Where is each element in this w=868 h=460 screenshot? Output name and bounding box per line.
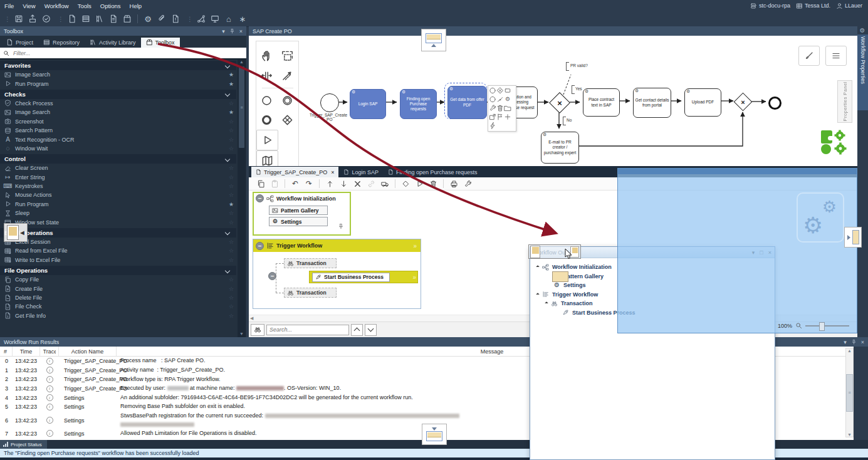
- printer-icon[interactable]: [450, 180, 458, 188]
- workflow-initialization-block[interactable]: – Workflow Initialization Pattern Galler…: [253, 192, 351, 236]
- toolbox-item-window-set-state[interactable]: Window set State☆: [0, 217, 236, 226]
- toolbox-item-copy-file[interactable]: Copy File☆: [0, 275, 236, 284]
- palette-circdouble[interactable]: [277, 91, 298, 110]
- find-next-button[interactable]: [365, 324, 377, 336]
- bpmn-task-upload-pdf[interactable]: ⚙Upload PDF: [684, 88, 721, 117]
- doclines-icon[interactable]: [109, 14, 118, 23]
- external-icon[interactable]: [489, 113, 496, 121]
- dock-guide-bottom[interactable]: [422, 424, 447, 445]
- toolbox-item-keystrokes[interactable]: ⌨Keystrokes☆: [0, 182, 236, 191]
- palette-circleic[interactable]: [256, 91, 277, 110]
- find-button[interactable]: [251, 324, 264, 336]
- toolbox-item-window-wait[interactable]: ◌Window Wait☆: [0, 144, 236, 153]
- editor-tab-finding-open-purchase-requests[interactable]: Finding open Purchase requests: [384, 167, 482, 177]
- palette-gatex[interactable]: [277, 110, 298, 130]
- collapse-button[interactable]: –: [268, 272, 276, 280]
- section-header-excel-operations[interactable]: Excel Operations: [0, 228, 236, 238]
- session-stc-docu-rpa[interactable]: stc-docu-rpa: [750, 3, 790, 9]
- session-tessa-ltd-[interactable]: Tessa Ltd.: [796, 3, 830, 9]
- angle-icon[interactable]: [496, 95, 504, 103]
- section-header-control[interactable]: Control: [0, 154, 236, 164]
- upload-icon[interactable]: [28, 14, 37, 23]
- bpmn-task-place-contract[interactable]: ⚙Place contract text in SAP: [583, 88, 620, 117]
- section-header-checks[interactable]: Checks: [0, 90, 236, 99]
- pin-icon[interactable]: [338, 222, 344, 230]
- close-icon[interactable]: ×: [331, 169, 334, 175]
- column-header-action-name[interactable]: Action Name: [59, 347, 117, 356]
- palette-playic[interactable]: [256, 130, 278, 150]
- tab-repository[interactable]: Repository: [38, 38, 85, 48]
- toolbox-item-run-program[interactable]: Run Program★: [0, 79, 236, 88]
- tab-project-status[interactable]: Project Status: [0, 440, 47, 449]
- bpmn-canvas[interactable]: Trigger_SAP_Create_PO ⚙Login SAP ⚙Findin…: [249, 36, 857, 166]
- pin-icon[interactable]: [229, 28, 235, 34]
- undo-icon[interactable]: ↶: [291, 180, 300, 188]
- gear-icon[interactable]: ⚙: [144, 14, 152, 23]
- favorite-star-icon[interactable]: ☆: [229, 257, 234, 263]
- palette-connarrow[interactable]: [277, 66, 298, 85]
- toolbox-item-image-search[interactable]: Image Search★: [0, 108, 236, 117]
- playic-icon[interactable]: [416, 180, 424, 188]
- toolbox-item-file-check[interactable]: File Check☆: [0, 302, 236, 311]
- filter-input[interactable]: [12, 50, 243, 57]
- bpmn-end-event[interactable]: [768, 97, 782, 110]
- package-icon[interactable]: [123, 14, 132, 23]
- favorite-star-icon[interactable]: ☆: [229, 295, 234, 301]
- expand-chevrons-icon[interactable]: »: [413, 243, 416, 249]
- repo-icon[interactable]: [81, 14, 90, 23]
- home-icon[interactable]: ⌂: [224, 14, 233, 23]
- bpmn-task-get-data-pdf[interactable]: ⚙Get data from offer PDF: [447, 86, 487, 119]
- editor-tab-trigger-sap-create-po[interactable]: Trigger_SAP_Create_PO×: [251, 167, 338, 177]
- favorite-star-icon[interactable]: ★: [229, 71, 234, 78]
- menu-options[interactable]: Options: [96, 3, 125, 9]
- bpmn-task-get-contact[interactable]: ⚙Get contact details from portal: [633, 88, 671, 118]
- palette-lasso[interactable]: [277, 46, 298, 66]
- favorite-star-icon[interactable]: ★: [229, 201, 234, 207]
- toolbox-item-delete-file[interactable]: Delete File☆: [0, 293, 236, 302]
- bpmn-task-login-sap[interactable]: ⚙Login SAP: [350, 89, 386, 119]
- favorite-star-icon[interactable]: ☆: [229, 127, 234, 133]
- pin-icon[interactable]: [851, 339, 857, 345]
- theme-brush-button[interactable]: [798, 46, 820, 66]
- diamond-icon[interactable]: [402, 180, 410, 188]
- asterisk-icon[interactable]: ∗: [238, 14, 247, 23]
- expander-icon[interactable]: [536, 265, 540, 269]
- toolbox-item-clear-screen[interactable]: Clear Screen☆: [0, 164, 236, 172]
- truck-icon[interactable]: [381, 180, 389, 188]
- favorite-star-icon[interactable]: ☆: [229, 313, 234, 319]
- pattern-gallery-button[interactable]: Pattern Gallery: [269, 206, 328, 215]
- favorite-star-icon[interactable]: ☆: [229, 183, 234, 189]
- favorite-star-icon[interactable]: ☆: [229, 210, 234, 216]
- monitor-icon[interactable]: [211, 14, 219, 23]
- column-header-trace[interactable]: Trace: [40, 347, 59, 356]
- flag-icon[interactable]: [496, 113, 504, 121]
- diagram-menu-button[interactable]: [825, 46, 847, 66]
- editor-tab-login-sap[interactable]: Login SAP: [339, 167, 383, 177]
- collapse-button[interactable]: –: [256, 194, 264, 202]
- trash-icon[interactable]: [496, 104, 504, 112]
- circleic-icon[interactable]: [489, 95, 496, 103]
- folder-icon[interactable]: [504, 104, 511, 112]
- menu-file[interactable]: File: [0, 3, 18, 9]
- clip-icon[interactable]: [157, 14, 166, 23]
- trash-icon[interactable]: [429, 180, 437, 188]
- close-icon[interactable]: ×: [861, 339, 864, 345]
- link-icon[interactable]: [367, 180, 375, 188]
- column-header--[interactable]: #: [0, 347, 13, 356]
- toolbox-item-mouse-actions[interactable]: Mouse Actions☆: [0, 191, 236, 199]
- toolbox-item-enter-string[interactable]: ↦Enter String☆: [0, 173, 236, 182]
- books-icon[interactable]: [95, 14, 104, 23]
- start-business-process-button[interactable]: Start Business Process: [312, 273, 390, 282]
- expander-icon[interactable]: [545, 301, 548, 305]
- tab-toolbox[interactable]: Toolbox: [141, 38, 180, 48]
- toolbox-item-run-program[interactable]: Run Program★: [0, 200, 236, 209]
- toolbox-item-get-file-info[interactable]: Get File Info☆: [0, 311, 236, 320]
- menu-workflow[interactable]: Workflow: [40, 3, 73, 9]
- bpmn-start-event[interactable]: [320, 93, 339, 112]
- tab-project[interactable]: Project: [1, 38, 38, 48]
- favorite-star-icon[interactable]: ☆: [229, 248, 234, 254]
- toolbox-item-create-file[interactable]: Create File☆: [0, 284, 236, 293]
- bolt-icon[interactable]: [489, 122, 496, 130]
- delx-icon[interactable]: [353, 180, 362, 188]
- toolbox-item-sleep[interactable]: Sleep☆: [0, 209, 236, 217]
